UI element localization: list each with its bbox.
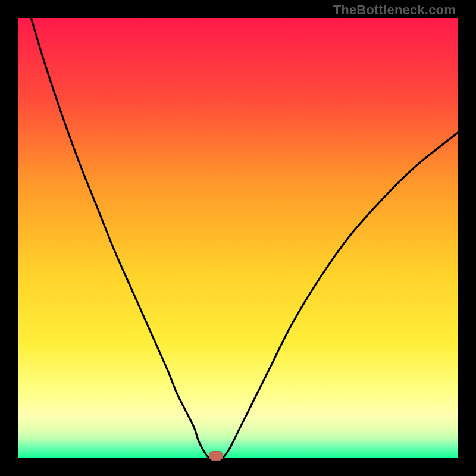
plot-area: [18, 18, 458, 458]
chart-frame: TheBottleneck.com: [0, 0, 476, 476]
optimum-marker: [209, 451, 223, 461]
bottleneck-curve: [18, 18, 458, 458]
watermark-text: TheBottleneck.com: [333, 2, 456, 18]
